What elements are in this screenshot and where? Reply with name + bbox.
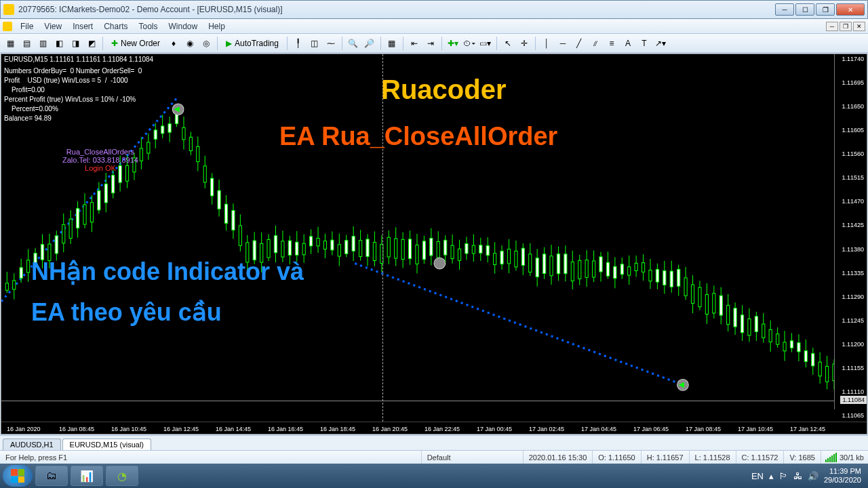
menu-view[interactable]: View (39, 20, 67, 33)
price-tick: 1.11425 (842, 222, 864, 228)
svg-rect-77 (267, 239, 270, 258)
windows-taskbar: 🗂 📊 ◔ EN ▴ 🏳 🖧 🔊 11:39 PM 29/03/2020 (0, 464, 868, 488)
status-bar: For Help, press F1 Default 2020.01.16 15… (0, 450, 868, 464)
price-tick: 1.11200 (842, 341, 864, 348)
cursor-button[interactable]: ↖ (500, 36, 515, 51)
restore-button[interactable]: ❐ (816, 3, 835, 16)
svg-rect-129 (451, 245, 454, 258)
chart-tab[interactable]: AUDUSD,H1 (3, 439, 61, 450)
chart-horizontal-line (1, 401, 834, 401)
tray-clock[interactable]: 11:39 PM 29/03/2020 (824, 467, 861, 485)
svg-rect-69 (239, 226, 241, 245)
overlay-title-3: NHận code Indicator và (31, 258, 304, 286)
svg-rect-151 (529, 254, 532, 272)
overlay-title-1: Ruacoder (381, 75, 507, 105)
label-button[interactable]: T (637, 36, 652, 51)
child-close-button[interactable]: ✕ (853, 22, 865, 31)
svg-rect-65 (224, 204, 227, 223)
svg-rect-127 (444, 240, 447, 255)
price-tick: 1.11470 (842, 198, 864, 205)
templates-button[interactable]: ▭▾ (478, 36, 493, 51)
svg-rect-163 (571, 262, 574, 281)
indicators-button[interactable]: ✚▾ (446, 36, 460, 51)
tray-volume-icon[interactable]: 🔊 (808, 471, 818, 481)
trendline-button[interactable]: ╱ (572, 36, 587, 51)
menu-help[interactable]: Help (203, 20, 231, 33)
metaquotes-button[interactable]: ♦ (166, 36, 181, 51)
chart-window[interactable]: EURUSD,M15 1.11161 1.11161 1.11084 1.110… (1, 54, 867, 434)
taskbar-mt4-button[interactable]: 📊 (71, 466, 103, 486)
text-button[interactable]: A (620, 36, 635, 51)
hline-button[interactable]: ─ (555, 36, 570, 51)
new-chart-button[interactable]: ▦ (3, 36, 18, 51)
svg-rect-19 (62, 224, 65, 243)
svg-rect-21 (69, 219, 72, 238)
svg-rect-133 (465, 243, 468, 253)
zoom-out-button[interactable]: 🔎 (362, 36, 377, 51)
channel-button[interactable]: ⫽ (588, 36, 603, 51)
menu-file[interactable]: File (15, 20, 39, 33)
svg-rect-235 (826, 366, 829, 382)
bar-chart-button[interactable]: ╿ (291, 36, 306, 51)
new-order-button[interactable]: ✚New Order (106, 36, 165, 51)
svg-rect-147 (515, 251, 517, 266)
chart-tab[interactable]: EURUSD,M15 (visual) (62, 439, 151, 450)
price-tick: 1.11110 (842, 388, 864, 395)
svg-rect-17 (55, 236, 58, 253)
svg-rect-99 (345, 241, 348, 254)
market-watch-button[interactable]: ▥ (35, 36, 50, 51)
periods-button[interactable]: ⏲▾ (462, 36, 477, 51)
status-low: L: 1.11528 (690, 451, 736, 464)
tray-lang[interactable]: EN (751, 471, 764, 481)
child-restore-button[interactable]: ❐ (840, 22, 852, 31)
shift-button[interactable]: ⇤ (407, 36, 422, 51)
vline-button[interactable]: │ (539, 36, 554, 51)
menu-bar: FileViewInsertChartsToolsWindowHelp ─ ❐ … (0, 19, 868, 34)
tester-button[interactable]: ◩ (84, 36, 99, 51)
ea-status: Login OK (62, 164, 138, 172)
expert-button[interactable]: ◉ (182, 36, 197, 51)
svg-rect-175 (614, 266, 616, 279)
svg-rect-97 (338, 245, 340, 256)
terminal-button[interactable]: ◨ (68, 36, 83, 51)
svg-rect-87 (302, 243, 305, 255)
time-tick: 16 Jan 2020 (7, 426, 41, 432)
menu-tools[interactable]: Tools (134, 20, 163, 33)
minimize-button[interactable]: ─ (775, 3, 794, 16)
tray-network-icon[interactable]: 🖧 (793, 471, 802, 481)
child-minimize-button[interactable]: ─ (826, 22, 838, 31)
menu-window[interactable]: Window (163, 20, 203, 33)
tray-flag-icon[interactable]: 🏳 (779, 471, 788, 481)
svg-rect-167 (585, 260, 588, 278)
tray-show-hidden-icon[interactable]: ▴ (769, 471, 774, 481)
signals-button[interactable]: ◎ (199, 36, 214, 51)
connection-text: 30/1 kb (840, 453, 864, 462)
start-button[interactable] (3, 465, 33, 487)
line-chart-button[interactable]: ⁓ (323, 36, 338, 51)
profiles-button[interactable]: ▤ (19, 36, 34, 51)
navigator-button[interactable]: ◧ (52, 36, 66, 51)
candle-chart-button[interactable]: ◫ (307, 36, 322, 51)
crosshair-button[interactable]: ✛ (517, 36, 532, 51)
svg-rect-61 (211, 178, 214, 196)
tile-button[interactable]: ▦ (384, 36, 399, 51)
maximize-button[interactable]: ☐ (795, 3, 814, 16)
app-icon (3, 4, 14, 15)
menu-charts[interactable]: Charts (98, 20, 133, 33)
arrows-button[interactable]: ↗▾ (653, 36, 668, 51)
svg-rect-161 (564, 254, 567, 274)
taskbar-explorer-button[interactable]: 🗂 (35, 466, 68, 486)
svg-rect-207 (727, 305, 730, 324)
fibo-button[interactable]: ≡ (604, 36, 619, 51)
autoscroll-button[interactable]: ⇥ (423, 36, 438, 51)
svg-rect-169 (593, 261, 595, 277)
svg-rect-9 (27, 260, 30, 272)
zoom-in-button[interactable]: 🔍 (346, 36, 361, 51)
close-button[interactable]: ✕ (836, 3, 865, 16)
svg-rect-29 (98, 190, 100, 210)
connection-status[interactable]: 30/1 kb (821, 453, 868, 462)
autotrading-button[interactable]: ▶AutoTrading (221, 36, 283, 51)
svg-rect-79 (274, 236, 277, 253)
menu-insert[interactable]: Insert (67, 20, 98, 33)
taskbar-app-button[interactable]: ◔ (106, 466, 138, 486)
